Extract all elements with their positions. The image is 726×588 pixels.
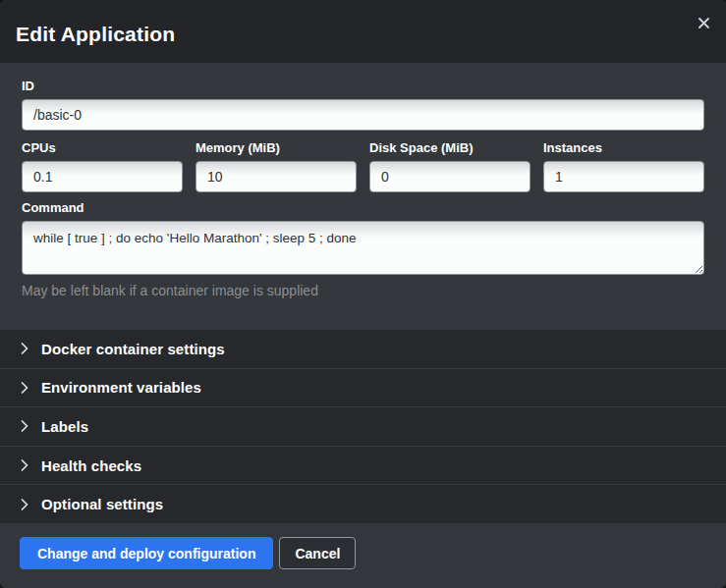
change-and-deploy-button[interactable]: Change and deploy configuration xyxy=(20,537,273,569)
disk-field-group: Disk Space (MiB) xyxy=(369,133,531,192)
id-label: ID xyxy=(22,79,704,93)
command-label: Command xyxy=(22,200,704,215)
modal-footer: Change and deploy configuration Cancel xyxy=(0,523,726,588)
chevron-right-icon xyxy=(21,499,28,510)
cpus-label: CPUs xyxy=(22,140,183,155)
section-optional-settings[interactable]: Optional settings xyxy=(0,485,726,523)
form-body: ID CPUs Memory (MiB) Disk Space (MiB) In… xyxy=(0,63,726,330)
instances-input[interactable] xyxy=(543,161,704,192)
id-input[interactable] xyxy=(22,99,704,131)
disk-space-label: Disk Space (MiB) xyxy=(369,140,531,155)
memory-input[interactable] xyxy=(195,161,357,192)
section-label: Docker container settings xyxy=(41,341,225,357)
resources-row: CPUs Memory (MiB) Disk Space (MiB) Insta… xyxy=(22,133,704,192)
cancel-button[interactable]: Cancel xyxy=(279,537,356,569)
memory-label: Memory (MiB) xyxy=(195,140,357,155)
cpus-field-group: CPUs xyxy=(22,133,183,192)
memory-field-group: Memory (MiB) xyxy=(195,133,357,192)
section-label: Environment variables xyxy=(41,379,201,396)
chevron-right-icon xyxy=(21,459,28,471)
chevron-right-icon xyxy=(21,420,28,432)
close-button[interactable] xyxy=(693,12,714,33)
command-help-text: May be left blank if a container image i… xyxy=(22,283,704,298)
chevron-right-icon xyxy=(21,343,28,354)
section-health-checks[interactable]: Health checks xyxy=(0,447,726,486)
instances-label: Instances xyxy=(543,140,704,155)
close-icon xyxy=(698,18,709,28)
section-environment-variables[interactable]: Environment variables xyxy=(0,369,726,408)
instances-field-group: Instances xyxy=(543,133,704,192)
section-labels[interactable]: Labels xyxy=(0,407,726,447)
section-label: Labels xyxy=(41,418,88,435)
modal-title: Edit Application xyxy=(16,23,175,46)
chevron-right-icon xyxy=(21,382,28,394)
accordion-sections: Docker container settings Environment va… xyxy=(0,330,726,523)
disk-space-input[interactable] xyxy=(369,161,531,192)
section-docker-container-settings[interactable]: Docker container settings xyxy=(0,330,726,369)
section-label: Health checks xyxy=(41,457,141,474)
edit-application-modal: Edit Application ID CPUs Memory (MiB) Di… xyxy=(0,0,726,588)
command-textarea[interactable]: while [ true ] ; do echo 'Hello Marathon… xyxy=(22,221,704,275)
section-label: Optional settings xyxy=(41,496,163,512)
cpus-input[interactable] xyxy=(22,161,183,192)
modal-header: Edit Application xyxy=(0,0,726,63)
